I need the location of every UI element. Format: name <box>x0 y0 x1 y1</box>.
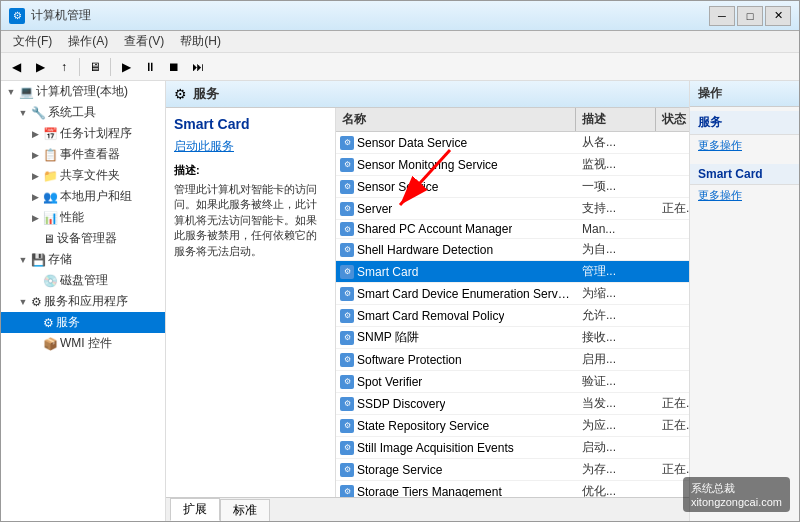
show-hide-button[interactable]: 🖥 <box>84 56 106 78</box>
menu-help[interactable]: 帮助(H) <box>172 31 229 52</box>
col-header-desc[interactable]: 描述 <box>576 108 656 131</box>
service-status-cell <box>656 163 689 167</box>
tree-label-perf: 性能 <box>60 209 84 226</box>
table-row[interactable]: ⚙Spot Verifier验证... <box>336 371 689 393</box>
menu-bar: 文件(F) 操作(A) 查看(V) 帮助(H) <box>1 31 799 53</box>
table-row[interactable]: ⚙Shell Hardware Detection为自... <box>336 239 689 261</box>
service-gear-icon: ⚙ <box>340 419 354 433</box>
service-gear-icon: ⚙ <box>340 309 354 323</box>
minimize-button[interactable]: ─ <box>709 6 735 26</box>
app-icon: ⚙ <box>9 8 25 24</box>
watermark-line1: 系统总裁 <box>691 481 782 496</box>
service-desc-cell: 为应... <box>576 415 656 436</box>
tree-item-services-apps[interactable]: ▼ ⚙ 服务和应用程序 <box>1 291 165 312</box>
stop-button[interactable]: ⏹ <box>163 56 185 78</box>
tree-label-wmi: WMI 控件 <box>60 335 112 352</box>
service-list-area[interactable]: 名称 描述 状态 ⚙Sensor Data Service从各...⚙Senso… <box>336 108 689 497</box>
service-status-cell: 正在... <box>656 393 689 414</box>
service-status-cell <box>656 248 689 252</box>
table-row[interactable]: ⚙Server支持...正在... <box>336 198 689 220</box>
service-gear-icon: ⚙ <box>340 243 354 257</box>
watermark: 系统总裁 xitongzongcai.com <box>683 477 790 512</box>
service-name-cell: ⚙Storage Tiers Management <box>336 483 576 498</box>
tree-item-event-viewer[interactable]: ▶ 📋 事件查看器 <box>1 144 165 165</box>
tab-extended[interactable]: 扩展 <box>170 498 220 521</box>
table-row[interactable]: ⚙Shared PC Account ManagerMan... <box>336 220 689 239</box>
tree-item-device-manager[interactable]: 🖥 设备管理器 <box>1 228 165 249</box>
table-row[interactable]: ⚙SSDP Discovery当发...正在... <box>336 393 689 415</box>
expand-icon-wmi <box>29 338 41 350</box>
expand-icon-storage: ▼ <box>17 254 29 266</box>
service-name-text: Sensor Data Service <box>357 136 467 150</box>
systools-icon: 🔧 <box>31 106 46 120</box>
service-gear-icon: ⚙ <box>340 222 354 236</box>
expand-icon-systools: ▼ <box>17 107 29 119</box>
forward-button[interactable]: ▶ <box>29 56 51 78</box>
service-status-cell <box>656 358 689 362</box>
service-desc-cell: 为存... <box>576 459 656 480</box>
close-button[interactable]: ✕ <box>765 6 791 26</box>
table-row[interactable]: ⚙Sensor Data Service从各... <box>336 132 689 154</box>
more-operations-smartcard[interactable]: 更多操作 <box>690 185 799 206</box>
table-row[interactable]: ⚙Sensor Monitoring Service监视... <box>336 154 689 176</box>
service-status-cell <box>656 185 689 189</box>
tree-item-performance[interactable]: ▶ 📊 性能 <box>1 207 165 228</box>
tree-label-systools: 系统工具 <box>48 104 96 121</box>
table-row[interactable]: ⚙Smart Card管理... <box>336 261 689 283</box>
tree-item-disk-mgmt[interactable]: 💿 磁盘管理 <box>1 270 165 291</box>
tree-label-users: 本地用户和组 <box>60 188 132 205</box>
col-header-name[interactable]: 名称 <box>336 108 576 131</box>
service-desc-cell: 从各... <box>576 132 656 153</box>
table-row[interactable]: ⚙SNMP 陷阱接收... <box>336 327 689 349</box>
start-service-link[interactable]: 启动此服务 <box>174 138 327 155</box>
root-icon: 💻 <box>19 85 34 99</box>
maximize-button[interactable]: □ <box>737 6 763 26</box>
table-row[interactable]: ⚙Storage Service为存...正在... <box>336 459 689 481</box>
more-operations-services[interactable]: 更多操作 <box>690 135 799 156</box>
toolbar-separator-2 <box>110 58 111 76</box>
table-row[interactable]: ⚙Software Protection启用... <box>336 349 689 371</box>
col-header-status[interactable]: 状态 <box>656 108 689 131</box>
pause-button[interactable]: ⏸ <box>139 56 161 78</box>
service-name-text: SSDP Discovery <box>357 397 445 411</box>
tree-item-root[interactable]: ▼ 💻 计算机管理(本地) <box>1 81 165 102</box>
perf-icon: 📊 <box>43 211 58 225</box>
table-row[interactable]: ⚙Sensor Service一项... <box>336 176 689 198</box>
restart-button[interactable]: ⏭ <box>187 56 209 78</box>
service-gear-icon: ⚙ <box>340 136 354 150</box>
play-button[interactable]: ▶ <box>115 56 137 78</box>
operations-header: 操作 <box>690 81 799 107</box>
tree-item-shared-folders[interactable]: ▶ 📁 共享文件夹 <box>1 165 165 186</box>
operation-section-services: 服务 更多操作 <box>690 107 799 160</box>
up-button[interactable]: ↑ <box>53 56 75 78</box>
tree-item-local-users[interactable]: ▶ 👥 本地用户和组 <box>1 186 165 207</box>
service-name-text: Storage Service <box>357 463 442 477</box>
left-tree-panel: ▼ 💻 计算机管理(本地) ▼ 🔧 系统工具 ▶ 📅 任务计划程序 ▶ 📋 事件… <box>1 81 166 521</box>
tree-item-system-tools[interactable]: ▼ 🔧 系统工具 <box>1 102 165 123</box>
service-name-cell: ⚙Smart Card Device Enumeration Service <box>336 285 576 303</box>
menu-view[interactable]: 查看(V) <box>116 31 172 52</box>
right-operations-panel: 操作 服务 更多操作 Smart Card 更多操作 <box>689 81 799 521</box>
service-status-cell: 正在... <box>656 415 689 436</box>
table-row[interactable]: ⚙Smart Card Removal Policy允许... <box>336 305 689 327</box>
tree-item-wmi[interactable]: 📦 WMI 控件 <box>1 333 165 354</box>
tree-item-task-scheduler[interactable]: ▶ 📅 任务计划程序 <box>1 123 165 144</box>
service-desc-cell: 为缩... <box>576 283 656 304</box>
table-row[interactable]: ⚙Still Image Acquisition Events启动... <box>336 437 689 459</box>
table-row[interactable]: ⚙State Repository Service为应...正在... <box>336 415 689 437</box>
table-row[interactable]: ⚙Storage Tiers Management优化... <box>336 481 689 497</box>
service-name-cell: ⚙Shell Hardware Detection <box>336 241 576 259</box>
menu-file[interactable]: 文件(F) <box>5 31 60 52</box>
section-title-smartcard: Smart Card <box>690 164 799 185</box>
back-button[interactable]: ◀ <box>5 56 27 78</box>
tree-item-services[interactable]: ⚙ 服务 <box>1 312 165 333</box>
menu-action[interactable]: 操作(A) <box>60 31 116 52</box>
expand-icon-device <box>29 233 41 245</box>
service-gear-icon: ⚙ <box>340 397 354 411</box>
service-gear-icon: ⚙ <box>340 353 354 367</box>
tree-item-storage[interactable]: ▼ 💾 存储 <box>1 249 165 270</box>
tab-standard[interactable]: 标准 <box>220 499 270 521</box>
title-bar: ⚙ 计算机管理 ─ □ ✕ <box>1 1 799 31</box>
service-desc-cell: 一项... <box>576 176 656 197</box>
table-row[interactable]: ⚙Smart Card Device Enumeration Service为缩… <box>336 283 689 305</box>
